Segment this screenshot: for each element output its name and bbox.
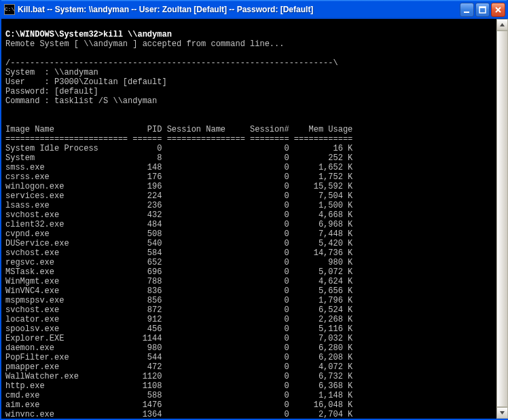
minimize-icon: [462, 5, 471, 14]
svg-rect-0: [464, 12, 469, 13]
window-title: Kill.bat -- System: \\andyman -- User: Z…: [18, 5, 460, 14]
scroll-up-button[interactable]: [496, 19, 508, 31]
scrollbar-track[interactable]: [496, 31, 508, 407]
window-controls: [460, 3, 505, 17]
console-window: C:\ Kill.bat -- System: \\andyman -- Use…: [0, 0, 508, 420]
terminal-output[interactable]: C:\WINDOWS\System32>kill \\andyman Remot…: [1, 19, 507, 419]
chevron-down-icon: [499, 410, 505, 416]
minimize-button[interactable]: [460, 3, 474, 17]
close-icon: [494, 5, 503, 14]
scrollbar-thumb[interactable]: [496, 31, 508, 407]
scroll-down-button[interactable]: [496, 407, 508, 419]
vertical-scrollbar[interactable]: [496, 19, 508, 419]
chevron-up-icon: [499, 22, 505, 28]
close-button[interactable]: [491, 3, 505, 17]
svg-rect-2: [479, 7, 486, 8]
titlebar[interactable]: C:\ Kill.bat -- System: \\andyman -- Use…: [1, 0, 507, 19]
maximize-icon: [478, 5, 487, 14]
cmd-icon: C:\: [4, 4, 15, 15]
maximize-button[interactable]: [475, 3, 490, 17]
